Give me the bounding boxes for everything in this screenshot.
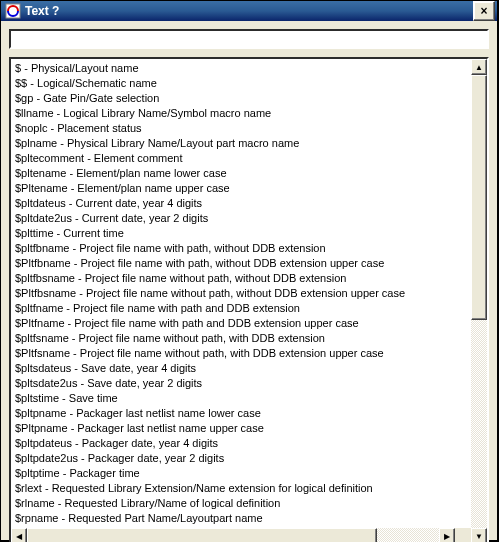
list-item[interactable]: $ - Physical/Layout name <box>15 61 467 76</box>
list-item[interactable]: $pltdate2us - Current date, year 2 digit… <box>15 211 467 226</box>
list-item[interactable]: $plname - Physical Library Name/Layout p… <box>15 136 467 151</box>
list-item[interactable]: $pltpdateus - Packager date, year 4 digi… <box>15 436 467 451</box>
horizontal-scrollbar[interactable]: ◀ ▶ <box>11 528 471 542</box>
scroll-up-button[interactable]: ▲ <box>471 59 487 75</box>
window-title: Text ? <box>25 4 473 18</box>
app-icon <box>5 3 21 19</box>
text-input[interactable] <box>9 29 489 49</box>
list-item[interactable]: $Pltpname - Packager last netlist name u… <box>15 421 467 436</box>
vertical-scrollbar[interactable]: ▲ ▼ <box>471 59 487 542</box>
list-item[interactable]: $pltfsname - Project file name without p… <box>15 331 467 346</box>
triangle-right-icon: ▶ <box>444 532 450 541</box>
close-icon: × <box>480 4 487 18</box>
list-item[interactable]: $pltpdate2us - Packager date, year 2 dig… <box>15 451 467 466</box>
scroll-right-button[interactable]: ▶ <box>439 528 455 542</box>
scroll-down-button[interactable]: ▼ <box>471 528 487 542</box>
list-item[interactable]: $rlname - Requested Library/Name of logi… <box>15 496 467 511</box>
dialog-window: Text ? × $ - Physical/Layout name$$ - Lo… <box>0 0 499 542</box>
list-item[interactable]: $pltsdateus - Save date, year 4 digits <box>15 361 467 376</box>
triangle-up-icon: ▲ <box>475 63 483 72</box>
vertical-scroll-thumb[interactable] <box>471 75 487 320</box>
horizontal-scroll-thumb[interactable] <box>27 528 377 542</box>
scroll-corner <box>455 528 471 542</box>
list-item[interactable]: $plttime - Current time <box>15 226 467 241</box>
list-item[interactable]: $pltfbname - Project file name with path… <box>15 241 467 256</box>
client-area: $ - Physical/Layout name$$ - Logical/Sch… <box>1 21 497 542</box>
list-item[interactable]: $llname - Logical Library Name/Symbol ma… <box>15 106 467 121</box>
list-item[interactable]: $pltpname - Packager last netlist name l… <box>15 406 467 421</box>
list-item[interactable]: $pltstime - Save time <box>15 391 467 406</box>
vertical-scroll-track[interactable] <box>471 75 487 528</box>
triangle-left-icon: ◀ <box>16 532 22 541</box>
list-item[interactable]: $noplc - Placement status <box>15 121 467 136</box>
list-item[interactable]: $pltptime - Packager time <box>15 466 467 481</box>
list-item[interactable]: $rpname - Requested Part Name/Layoutpart… <box>15 511 467 526</box>
list-item[interactable]: $pltfbsname - Project file name without … <box>15 271 467 286</box>
list-item[interactable]: $Pltfsname - Project file name without p… <box>15 346 467 361</box>
list-item[interactable]: $pltsdate2us - Save date, year 2 digits <box>15 376 467 391</box>
list-item[interactable]: $Pltfbname - Project file name with path… <box>15 256 467 271</box>
list-item[interactable]: $pltename - Element/plan name lower case <box>15 166 467 181</box>
titlebar: Text ? × <box>1 1 497 21</box>
list-item[interactable]: $Pltfname - Project file name with path … <box>15 316 467 331</box>
scroll-left-button[interactable]: ◀ <box>11 528 27 542</box>
list-item[interactable]: $pltdateus - Current date, year 4 digits <box>15 196 467 211</box>
list-item[interactable]: $pltecomment - Element comment <box>15 151 467 166</box>
list-box: $ - Physical/Layout name$$ - Logical/Sch… <box>9 57 489 542</box>
list-item[interactable]: $rlext - Requested Library Extension/Nam… <box>15 481 467 496</box>
triangle-down-icon: ▼ <box>475 532 483 541</box>
list-item[interactable]: $Pltename - Element/plan name upper case <box>15 181 467 196</box>
list-item[interactable]: $Pltfbsname - Project file name without … <box>15 286 467 301</box>
close-button[interactable]: × <box>473 1 495 21</box>
list-content[interactable]: $ - Physical/Layout name$$ - Logical/Sch… <box>11 59 471 528</box>
list-item[interactable]: $gp - Gate Pin/Gate selection <box>15 91 467 106</box>
list-item[interactable]: $pltfname - Project file name with path … <box>15 301 467 316</box>
list-item[interactable]: $$ - Logical/Schematic name <box>15 76 467 91</box>
horizontal-scroll-track[interactable] <box>27 528 439 542</box>
